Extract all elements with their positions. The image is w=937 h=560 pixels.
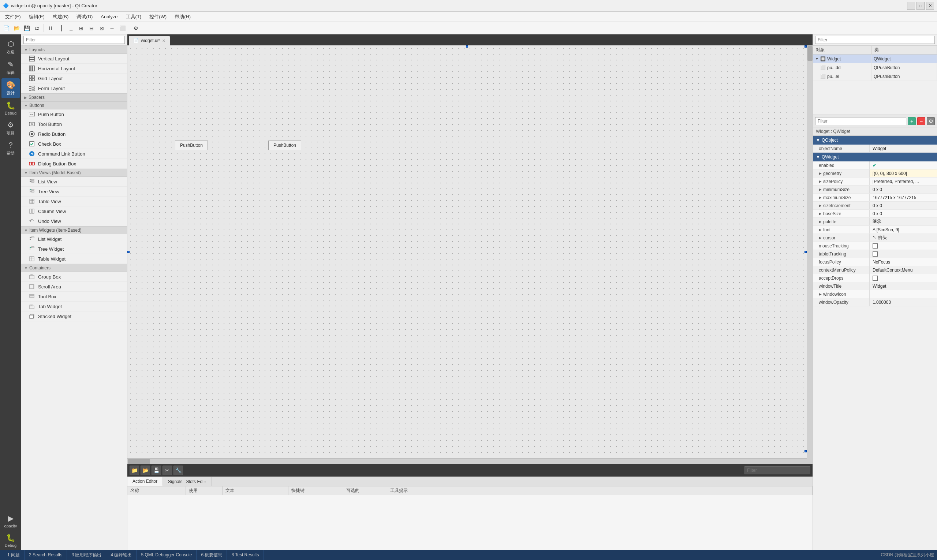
canvas-tool-save[interactable]: 💾 bbox=[152, 466, 161, 475]
prop-basesize-value[interactable]: 0 x 0 bbox=[870, 210, 937, 217]
prop-sizeincrement-expand[interactable]: ▶ bbox=[819, 203, 822, 208]
prop-tablettracking-value[interactable] bbox=[870, 250, 937, 258]
menu-debug[interactable]: 调试(D) bbox=[73, 12, 96, 21]
widget-check-box[interactable]: Check Box bbox=[21, 139, 127, 149]
section-buttons[interactable]: ▼ Buttons bbox=[21, 102, 127, 109]
sidebar-item-design[interactable]: 🎨 设计 bbox=[2, 78, 20, 98]
prop-mousetracking-value[interactable] bbox=[870, 242, 937, 249]
widget-tree-widget[interactable]: Tree Widget bbox=[21, 244, 127, 254]
widget-tool-button[interactable]: ⚙ Tool Button bbox=[21, 119, 127, 129]
section-spacers[interactable]: ▶ Spacers bbox=[21, 93, 127, 102]
prop-focuspolicy-value[interactable]: NoFocus bbox=[870, 258, 937, 266]
widget-vertical-layout[interactable]: Vertical Layout bbox=[21, 54, 127, 64]
prop-contextmenupolicy-value[interactable]: DefaultContextMenu bbox=[870, 266, 937, 274]
section-item-views[interactable]: ▼ Item Views (Model-Based) bbox=[21, 169, 127, 177]
prop-windowtitle-value[interactable]: Widget bbox=[870, 282, 937, 290]
widget-list-view[interactable]: List View bbox=[21, 177, 127, 187]
sidebar-item-debug2[interactable]: 🐛 Debug bbox=[2, 531, 20, 550]
widget-dialog-button-box[interactable]: Dialog Button Box bbox=[21, 159, 127, 169]
prop-minimumsize-expand[interactable]: ▶ bbox=[819, 188, 822, 191]
widget-filter-input[interactable] bbox=[23, 36, 125, 44]
action-tab-signals[interactable]: Signals _Slots Ed··· bbox=[163, 477, 212, 486]
widget-tool-box[interactable]: Tool Box bbox=[21, 292, 127, 302]
tree-row-pudd[interactable]: ⬜ pu...dd QPushButton bbox=[813, 63, 937, 72]
prop-font-value[interactable]: A [SimSun, 9] bbox=[870, 226, 937, 234]
widget-grid-layout[interactable]: Grid Layout bbox=[21, 74, 127, 83]
handle-top[interactable] bbox=[466, 45, 468, 48]
section-containers[interactable]: ▼ Containers bbox=[21, 264, 127, 272]
canvas-tool-open[interactable]: 📂 bbox=[140, 466, 150, 475]
menu-edit[interactable]: 编辑(E) bbox=[25, 12, 48, 21]
prop-geometry-value[interactable]: [(0, 0), 800 x 600] bbox=[870, 169, 937, 177]
canvas-tab-widget[interactable]: 📄 widget.ui* ✕ bbox=[129, 36, 170, 45]
toolbar-vertical[interactable]: ⎟ bbox=[56, 23, 66, 33]
prop-objectname-value[interactable]: Widget bbox=[870, 145, 937, 152]
prop-mousetracking-checkbox[interactable] bbox=[872, 243, 878, 249]
prop-basesize-expand[interactable]: ▶ bbox=[819, 212, 822, 215]
menu-help[interactable]: 帮助(H) bbox=[171, 12, 194, 21]
toolbar-save[interactable]: 💾 bbox=[22, 23, 31, 33]
canvas-hscroll[interactable] bbox=[128, 458, 807, 464]
widget-horizontal-layout[interactable]: Horizontal Layout bbox=[21, 64, 127, 74]
toolbar-align[interactable]: ⬜ bbox=[117, 23, 127, 33]
prop-sizeincrement-value[interactable]: 0 x 0 bbox=[870, 202, 937, 209]
prop-font-expand[interactable]: ▶ bbox=[819, 228, 822, 232]
status-summary[interactable]: 6 概要信息 bbox=[197, 550, 227, 560]
prop-maximumsize-expand[interactable]: ▶ bbox=[819, 195, 822, 200]
sidebar-item-opacity[interactable]: ▶ opacity bbox=[2, 512, 20, 530]
props-remove-btn[interactable]: − bbox=[917, 117, 925, 125]
widget-stacked-widget[interactable]: Stacked Widget bbox=[21, 311, 127, 322]
tree-row-widget[interactable]: ▼ 🔲 Widget QWidget bbox=[813, 55, 937, 63]
widget-table-widget[interactable]: Table Widget bbox=[21, 254, 127, 264]
maximize-button[interactable]: □ bbox=[917, 2, 925, 10]
canvas-tool-config[interactable]: 🔧 bbox=[174, 466, 183, 475]
widget-tree-view[interactable]: Tree View bbox=[21, 187, 127, 197]
prop-enabled-value[interactable]: ✔ bbox=[870, 162, 937, 169]
status-search[interactable]: 2 Search Results bbox=[25, 550, 67, 560]
widget-radio-button[interactable]: Radio Button bbox=[21, 129, 127, 139]
status-qml[interactable]: 5 QML Debugger Console bbox=[137, 550, 197, 560]
toolbar-extras[interactable]: ⚙ bbox=[131, 23, 140, 33]
design-canvas[interactable]: PushButton PushButton bbox=[128, 45, 807, 458]
prop-cursor-value[interactable]: ↖ 箭头 bbox=[870, 234, 937, 242]
props-add-btn[interactable]: + bbox=[908, 117, 916, 125]
menu-analyze[interactable]: Analyze bbox=[97, 13, 121, 20]
sidebar-item-project[interactable]: ⚙ 项目 bbox=[2, 118, 20, 138]
prop-geometry-expand[interactable]: ▶ bbox=[819, 171, 822, 175]
widget-scroll-area[interactable]: Scroll Area bbox=[21, 282, 127, 292]
prop-minimumsize-value[interactable]: 0 x 0 bbox=[870, 186, 937, 193]
toolbar-form[interactable]: ⊟ bbox=[87, 23, 96, 33]
prop-palette-value[interactable]: 继承 bbox=[870, 218, 937, 225]
canvas-tab-close[interactable]: ✕ bbox=[162, 38, 165, 43]
prop-windowicon-value[interactable] bbox=[870, 290, 937, 298]
canvas-filter-input[interactable] bbox=[745, 466, 810, 474]
canvas-pushbutton-2[interactable]: PushButton bbox=[268, 140, 301, 150]
canvas-tool-cut[interactable]: ✂ bbox=[163, 466, 172, 475]
prop-tablettracking-checkbox[interactable] bbox=[872, 251, 878, 257]
prop-group-qobject[interactable]: ▼ QObject bbox=[813, 136, 937, 145]
prop-windowopacity-value[interactable]: 1.000000 bbox=[870, 298, 937, 306]
toolbar-save-all[interactable]: 🗂 bbox=[32, 23, 42, 33]
toolbar-adjust[interactable]: ↔ bbox=[107, 23, 117, 33]
prop-sizepolicy-expand[interactable]: ▶ bbox=[819, 179, 822, 183]
canvas-vscroll[interactable] bbox=[807, 45, 812, 458]
widget-column-view[interactable]: Column View bbox=[21, 206, 127, 216]
prop-sizepolicy-value[interactable]: [Preferred, Preferred, ... bbox=[870, 177, 937, 185]
widget-undo-view[interactable]: Undo View bbox=[21, 216, 127, 226]
widget-form-layout[interactable]: Form Layout bbox=[21, 83, 127, 93]
menu-build[interactable]: 构建(B) bbox=[49, 12, 72, 21]
prop-windowicon-expand[interactable]: ▶ bbox=[819, 292, 822, 296]
widget-group-box[interactable]: abc Group Box bbox=[21, 272, 127, 282]
toolbar-pause[interactable]: ⏸ bbox=[46, 23, 55, 33]
sidebar-item-welcome[interactable]: ⬡ 欢迎 bbox=[2, 37, 20, 57]
close-button[interactable]: ✕ bbox=[926, 2, 934, 10]
section-layouts[interactable]: ▼ Layouts bbox=[21, 46, 127, 54]
object-filter-input[interactable] bbox=[815, 36, 935, 44]
props-filter-input[interactable] bbox=[815, 117, 906, 125]
props-gear-btn[interactable]: ⚙ bbox=[927, 117, 935, 125]
sidebar-item-help[interactable]: ? 帮助 bbox=[2, 139, 20, 158]
prop-group-qwidget[interactable]: ▼ QWidget bbox=[813, 152, 937, 162]
toolbar-open[interactable]: 📂 bbox=[12, 23, 21, 33]
menu-tools[interactable]: 工具(T) bbox=[122, 12, 145, 21]
prop-acceptdrops-checkbox[interactable] bbox=[872, 275, 878, 281]
